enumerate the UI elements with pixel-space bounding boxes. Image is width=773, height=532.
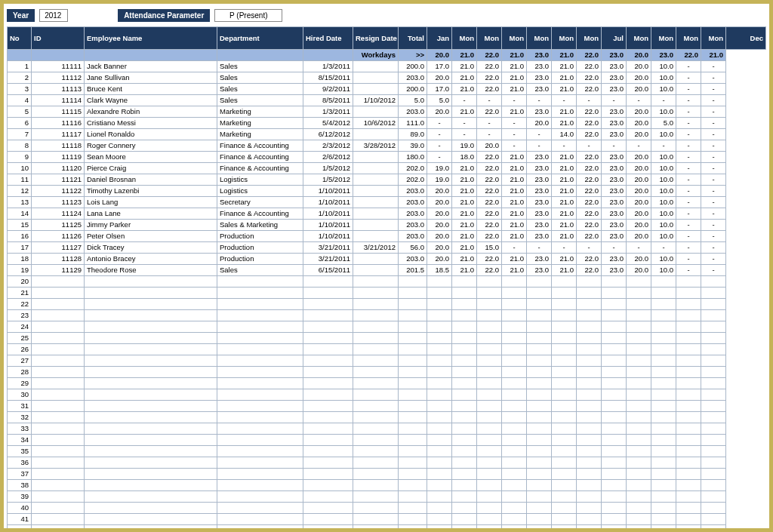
table-row[interactable]: 911119Sean MooreFinance & Accounting2/6/… xyxy=(8,152,766,163)
table-row[interactable]: 33 xyxy=(8,423,766,435)
attendance-table: NoIDEmployee NameDepartmentHired DateRes… xyxy=(7,26,766,532)
table-row[interactable]: 1811128Antonio BraceyProduction3/21/2011… xyxy=(8,254,766,265)
table-row[interactable]: 111111Jack BannerSales1/3/2011200.017.02… xyxy=(8,61,766,72)
table-header: NoIDEmployee NameDepartmentHired DateRes… xyxy=(8,27,766,50)
table-row[interactable]: 22 xyxy=(8,299,766,310)
table-row[interactable]: 41 xyxy=(8,514,766,525)
col-header[interactable]: Mon xyxy=(452,27,477,50)
table-row[interactable]: 511115Alexandre RobinMarketing1/3/201120… xyxy=(8,106,766,118)
col-header[interactable]: Resign Date xyxy=(353,27,399,50)
table-row[interactable]: 1411124Lana LaneFinance & Accounting1/10… xyxy=(8,208,766,220)
table-row[interactable]: 31 xyxy=(8,401,766,412)
table-row[interactable]: 1111121Daniel BrosnanLogistics1/5/201220… xyxy=(8,174,766,186)
table-row[interactable]: 42 xyxy=(8,525,766,533)
col-header[interactable]: Total xyxy=(399,27,427,50)
table-row[interactable]: 38 xyxy=(8,480,766,491)
table-row[interactable]: 211112Jane SullivanSales8/15/2011203.020… xyxy=(8,72,766,84)
col-header[interactable]: Mon xyxy=(552,27,577,50)
col-header[interactable]: Employee Name xyxy=(85,27,217,50)
table-row[interactable]: 30 xyxy=(8,389,766,401)
year-value[interactable]: 2012 xyxy=(39,9,68,22)
table-row[interactable]: 20 xyxy=(8,276,766,288)
col-header[interactable]: Mon xyxy=(502,27,527,50)
table-row[interactable]: 311113Bruce KentSales9/2/2011200.017.021… xyxy=(8,84,766,95)
table-row[interactable]: 1611126Peter OlsenProduction1/10/2011203… xyxy=(8,231,766,242)
table-row[interactable]: 1911129Theodore RoseSales6/15/2011201.51… xyxy=(8,265,766,276)
table-row[interactable]: 1211122Timothy LazenbiLogistics1/10/2011… xyxy=(8,186,766,197)
table-row[interactable]: 611116Cristiano MessiMarketing5/4/201210… xyxy=(8,118,766,129)
col-header[interactable]: No xyxy=(8,27,32,50)
table-row[interactable]: 811118Roger ConneryFinance & Accounting2… xyxy=(8,140,766,152)
table-row[interactable]: 39 xyxy=(8,491,766,503)
workdays-label: Workdays xyxy=(353,50,399,61)
table-row[interactable]: 29 xyxy=(8,378,766,389)
table-row[interactable]: 1011120Pierce CraigFinance & Accounting1… xyxy=(8,163,766,174)
attendance-label: Attendance Parameter xyxy=(118,9,210,22)
col-header[interactable]: Mon xyxy=(676,27,701,50)
col-header[interactable]: Mon xyxy=(477,27,502,50)
table-row[interactable]: 32 xyxy=(8,412,766,423)
table-row[interactable]: 411114Clark WayneSales8/5/20111/10/20125… xyxy=(8,95,766,106)
col-header[interactable]: Department xyxy=(217,27,303,50)
year-label: Year xyxy=(7,9,35,22)
table-row[interactable]: 36 xyxy=(8,457,766,469)
col-header[interactable]: Mon xyxy=(627,27,651,50)
table-row[interactable]: 25 xyxy=(8,333,766,344)
col-header[interactable]: Mon xyxy=(577,27,602,50)
table-row[interactable]: 28 xyxy=(8,367,766,378)
col-header[interactable]: Jan xyxy=(427,27,452,50)
table-row[interactable]: 34 xyxy=(8,435,766,446)
col-header[interactable]: Mon xyxy=(527,27,552,50)
top-controls: Year 2012 Attendance Parameter P (Presen… xyxy=(7,7,766,23)
col-header[interactable]: Hired Date xyxy=(303,27,353,50)
table-row[interactable]: 24 xyxy=(8,321,766,333)
col-header[interactable]: ID xyxy=(32,27,85,50)
table-row[interactable]: 1311123Lois LangSecretary1/10/2011203.02… xyxy=(8,197,766,208)
table-body: Workdays>>20.021.022.021.023.021.022.023… xyxy=(8,50,766,533)
table-row[interactable]: 1711127Dick TraceyProduction3/21/20113/2… xyxy=(8,242,766,254)
table-row[interactable]: 35 xyxy=(8,446,766,457)
attendance-value[interactable]: P (Present) xyxy=(214,9,282,22)
table-row[interactable]: 21 xyxy=(8,288,766,299)
table-row[interactable]: 40 xyxy=(8,503,766,514)
col-header[interactable]: Dec xyxy=(726,27,766,50)
col-header[interactable]: Mon xyxy=(701,27,726,50)
table-row[interactable]: 23 xyxy=(8,310,766,321)
table-row[interactable]: 26 xyxy=(8,344,766,355)
table-row[interactable]: 27 xyxy=(8,355,766,367)
workdays-row: Workdays>>20.021.022.021.023.021.022.023… xyxy=(8,50,766,61)
table-row[interactable]: 1511125Jimmy ParkerSales & Marketing1/10… xyxy=(8,220,766,231)
workdays-arrow-icon: >> xyxy=(399,50,427,61)
col-header[interactable]: Mon xyxy=(651,27,676,50)
table-row[interactable]: 37 xyxy=(8,469,766,480)
table-row[interactable]: 711117Lionel RonaldoMarketing6/12/201289… xyxy=(8,129,766,140)
col-header[interactable]: Jul xyxy=(602,27,627,50)
